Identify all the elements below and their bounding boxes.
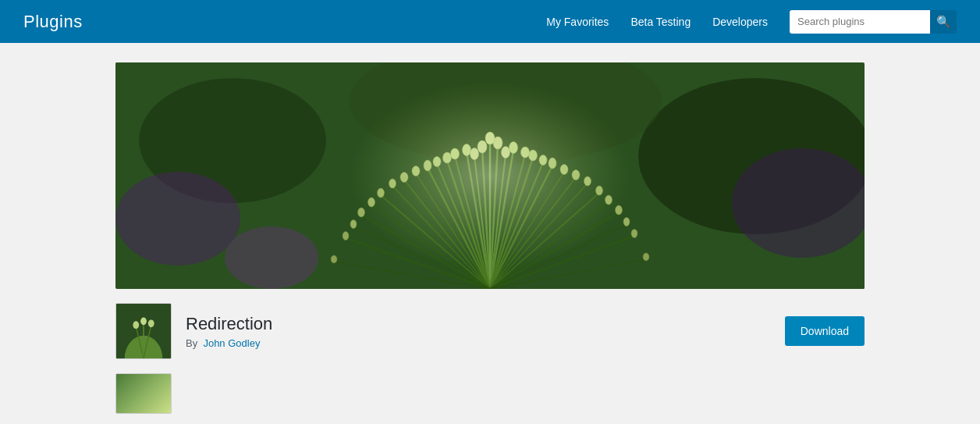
nav-developers[interactable]: Developers — [712, 16, 768, 28]
svg-point-58 — [643, 253, 649, 261]
search-icon: 🔍 — [936, 15, 951, 29]
nav-my-favorites[interactable]: My Favorites — [546, 16, 609, 28]
main-nav: My Favorites Beta Testing Developers 🔍 — [546, 10, 957, 34]
svg-point-71 — [350, 220, 357, 229]
svg-point-72 — [623, 218, 630, 226]
search-container: 🔍 — [790, 10, 957, 34]
svg-point-56 — [631, 230, 637, 238]
bottom-thumb-1 — [115, 373, 172, 414]
author-link[interactable]: John Godley — [203, 337, 260, 349]
bottom-thumbnail-row — [115, 373, 865, 414]
hero-image — [115, 62, 865, 289]
svg-point-79 — [133, 321, 139, 329]
plugin-name: Redirection — [186, 313, 771, 336]
plugin-thumbnail — [115, 303, 172, 359]
author-label: By — [186, 337, 197, 349]
nav-beta-testing[interactable]: Beta Testing — [630, 16, 691, 28]
svg-point-80 — [140, 318, 147, 326]
svg-point-55 — [343, 232, 349, 241]
main-header: Plugins My Favorites Beta Testing Develo… — [0, 0, 980, 43]
download-button[interactable]: Download — [785, 316, 865, 346]
site-title: Plugins — [23, 12, 83, 32]
plugin-info-row: Redirection By John Godley Download — [115, 303, 865, 359]
svg-point-4 — [115, 172, 240, 265]
svg-point-81 — [148, 319, 154, 327]
main-content: Redirection By John Godley Download — [115, 43, 865, 424]
plugin-author: By John Godley — [186, 337, 771, 349]
svg-point-57 — [331, 255, 337, 263]
search-input[interactable] — [790, 10, 930, 34]
svg-point-73 — [350, 82, 630, 269]
plugin-details: Redirection By John Godley — [186, 313, 771, 350]
svg-point-5 — [225, 226, 318, 289]
search-button[interactable]: 🔍 — [930, 10, 957, 34]
